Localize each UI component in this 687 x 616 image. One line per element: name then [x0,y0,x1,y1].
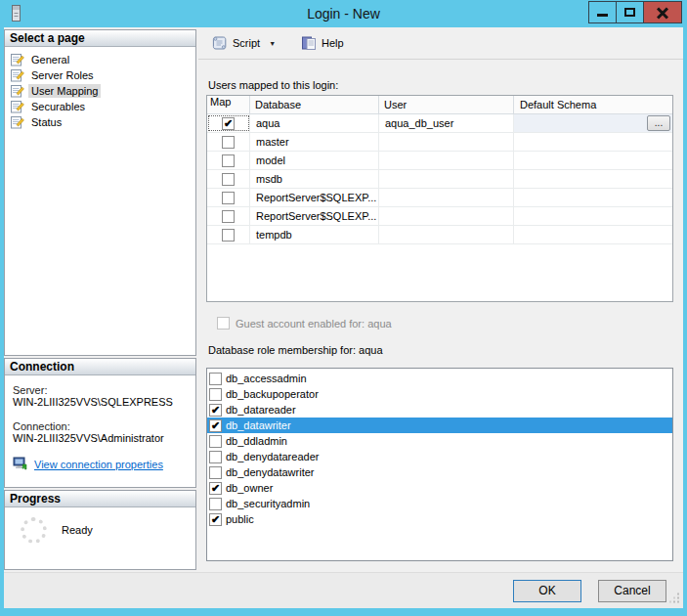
progress-header: Progress [5,491,195,507]
users-mapped-table: Map Database User Default Schema ✔ aqua … [206,95,673,302]
role-list-item-public[interactable]: ✔ public [207,511,672,527]
database-cell: ReportServer$SQLEXP... [250,207,379,225]
close-icon [657,7,668,19]
map-cell[interactable] [207,133,250,151]
table-row[interactable]: msdb [207,170,672,189]
connection-properties-icon [13,457,28,471]
sidebar-item-general[interactable]: General [7,52,193,67]
server-value: WIN-2LIII325VVS\SQLEXPRESS [13,396,188,408]
guest-account-checkbox [217,317,230,330]
role-list-item-db_denydatawriter[interactable]: db_denydatawriter [207,464,672,480]
role-list-item-db_owner[interactable]: ✔ db_owner [207,480,672,496]
dialog-content: Select a page General Server Roles [4,27,683,608]
role-checkbox[interactable] [209,388,222,401]
role-label: db_ddladmin [226,435,287,447]
role-checkbox[interactable]: ✔ [209,482,222,495]
table-row[interactable]: tempdb [207,226,672,244]
user-cell: aqua_db_user [379,114,514,132]
ok-button[interactable]: OK [513,580,581,602]
guest-account-label: Guest account enabled for: aqua [236,318,392,330]
map-checkbox[interactable] [222,210,235,223]
connection-label: Connection: [13,420,188,432]
login-new-dialog: { "window": { "title": "Login - New" }, … [0,0,687,616]
connection-header: Connection [5,359,195,375]
map-checkbox[interactable] [222,173,235,186]
database-cell: msdb [250,170,379,188]
script-button[interactable]: Script ▼ [207,32,283,54]
resize-grip[interactable] [669,593,680,605]
map-cell[interactable] [207,189,250,206]
role-list-item-db_accessadmin[interactable]: db_accessadmin [207,371,672,386]
role-list-item-db_backupoperator[interactable]: db_backupoperator [207,386,672,402]
role-checkbox[interactable] [209,435,222,448]
role-list-item-db_datawriter[interactable]: ✔ db_datawriter [207,418,672,433]
sidebar-item-label: Status [28,115,64,129]
table-row[interactable]: model [207,152,672,170]
window-controls [589,1,682,23]
server-app-icon [10,4,22,23]
browse-button[interactable]: ... [647,115,670,131]
default-schema-cell [514,207,672,225]
sidebar-item-server-roles[interactable]: Server Roles [7,67,193,83]
role-list-item-db_datareader[interactable]: ✔ db_datareader [207,402,672,418]
column-header-map[interactable]: Map [207,96,250,113]
cancel-button[interactable]: Cancel [598,580,666,602]
progress-panel: Progress Ready [4,490,196,570]
map-cell[interactable] [207,226,250,243]
role-label: db_securityadmin [226,498,310,509]
user-cell [379,207,514,225]
role-label: db_accessadmin [226,373,307,384]
script-dropdown-icon[interactable]: ▼ [265,40,279,47]
close-button[interactable] [643,1,682,23]
sidebar-item-label: User Mapping [28,84,101,98]
minimize-button[interactable] [588,1,617,23]
map-cell[interactable]: ✔ [207,114,250,132]
map-checkbox[interactable]: ✔ [222,117,235,130]
map-cell[interactable] [207,152,250,169]
maximize-button[interactable] [616,1,644,23]
sidebar-item-user-mapping[interactable]: User Mapping [7,83,193,99]
role-membership-list: db_accessadmin db_backupoperator ✔ db_da… [206,368,673,561]
toolbar: Script ▼ Help [198,27,683,60]
role-checkbox[interactable]: ✔ [209,419,222,432]
role-checkbox[interactable] [209,373,222,385]
script-icon [211,35,228,51]
role-label: db_datawriter [226,419,291,431]
map-checkbox[interactable] [222,192,235,204]
table-row[interactable]: ReportServer$SQLEXP... [207,189,672,207]
default-schema-cell [514,133,672,151]
role-list-item-db_ddladmin[interactable]: db_ddladmin [207,433,672,449]
left-panel: Select a page General Server Roles [4,27,198,572]
sidebar-item-label: General [28,53,72,66]
dialog-footer: OK Cancel [4,572,683,608]
sidebar-item-label: Securables [28,100,88,113]
user-cell [379,152,514,169]
map-cell[interactable] [207,170,250,188]
column-header-user[interactable]: User [379,96,514,113]
role-list-item-db_denydatareader[interactable]: db_denydatareader [207,449,672,464]
role-label: db_backupoperator [226,388,319,400]
help-button[interactable]: Help [297,32,348,54]
role-checkbox[interactable]: ✔ [209,513,222,526]
role-checkbox[interactable] [209,451,222,463]
sidebar-item-status[interactable]: Status [7,114,193,130]
column-header-database[interactable]: Database [250,96,379,113]
map-checkbox[interactable] [222,229,235,242]
database-cell: tempdb [250,226,379,243]
map-cell[interactable] [207,207,250,225]
role-label: db_denydatareader [226,451,319,462]
sidebar-item-securables[interactable]: Securables [7,99,193,114]
role-label: public [226,513,254,525]
map-checkbox[interactable] [222,136,235,149]
table-row[interactable]: ReportServer$SQLEXP... [207,207,672,226]
column-header-default-schema[interactable]: Default Schema [514,96,672,113]
role-list-item-db_securityadmin[interactable]: db_securityadmin [207,496,672,511]
role-checkbox[interactable]: ✔ [209,404,222,417]
role-checkbox[interactable] [209,466,222,479]
table-row[interactable]: ✔ aqua aqua_db_user ... [207,114,672,133]
role-checkbox[interactable] [209,498,222,510]
view-connection-properties-link[interactable]: View connection properties [34,459,163,470]
map-checkbox[interactable] [222,154,235,167]
table-row[interactable]: master [207,133,672,152]
users-mapped-label: Users mapped to this login: [208,79,338,91]
